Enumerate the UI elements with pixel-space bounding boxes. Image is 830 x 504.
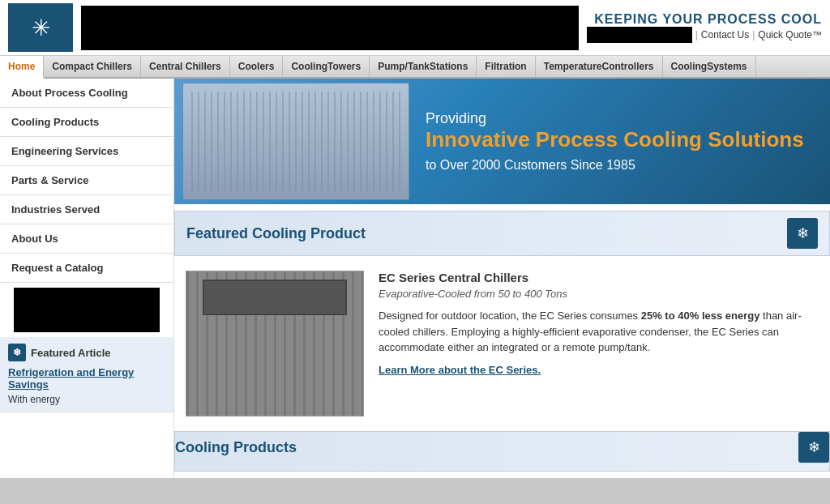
featured-product-icon: ❄ — [787, 218, 818, 249]
sidebar-item-about-us[interactable]: About Us — [0, 224, 173, 254]
cooling-products-header: Cooling Products ❄ — [174, 431, 830, 472]
nav-pump-tank-stations[interactable]: Pump/TankStations — [370, 56, 477, 77]
header-links: | Contact Us | Quick Quote™ — [587, 27, 822, 43]
quick-quote-link[interactable]: Quick Quote™ — [758, 29, 822, 41]
banner-machine-image — [182, 83, 409, 200]
nav-filtration[interactable]: Filtration — [477, 56, 535, 77]
page-header: ✳ KEEPING YOUR PROCESS COOL | Contact Us… — [0, 0, 830, 56]
featured-article-header: ❄ Featured Article — [8, 344, 165, 361]
cooling-products-title: Cooling Products — [175, 439, 297, 456]
featured-product-header: Featured Cooling Product ❄ — [174, 211, 830, 256]
nav-central-chillers[interactable]: Central Chillers — [141, 56, 230, 77]
sidebar-item-request-catalog[interactable]: Request a Catalog — [0, 254, 173, 283]
pipe-divider: | — [695, 29, 698, 41]
header-search-bar[interactable] — [587, 27, 692, 43]
product-desc-before: Designed for outdoor location, the EC Se… — [379, 310, 641, 322]
sidebar-ad-banner — [14, 288, 160, 332]
nav-cooling-towers[interactable]: CoolingTowers — [283, 56, 370, 77]
product-description: Designed for outdoor location, the EC Se… — [379, 308, 819, 356]
featured-article-section: ❄ Featured Article Refrigeration and Ene… — [0, 337, 173, 412]
hero-banner: Providing Innovative Process Cooling Sol… — [174, 79, 830, 204]
nav-home[interactable]: Home — [0, 56, 44, 79]
main-nav: Home Compact Chillers Central Chillers C… — [0, 56, 830, 79]
product-name: EC Series Central Chillers — [379, 271, 819, 284]
nav-cooling-systems[interactable]: CoolingSystems — [663, 56, 756, 77]
pipe-divider2: | — [752, 29, 755, 41]
featured-product-title: Featured Cooling Product — [186, 225, 366, 242]
product-learn-more-link[interactable]: Learn More about the EC Series. — [379, 364, 819, 376]
sidebar-item-engineering-services[interactable]: Engineering Services — [0, 137, 173, 166]
main-content: About Process Cooling Cooling Products E… — [0, 79, 830, 478]
banner-sub: to Over 2000 Customers Since 1985 — [426, 158, 804, 173]
header-right: KEEPING YOUR PROCESS COOL | Contact Us |… — [587, 12, 822, 43]
featured-article-body: With energy — [8, 394, 165, 405]
banner-providing: Providing — [426, 110, 804, 127]
featured-article-icon: ❄ — [8, 344, 26, 361]
sidebar-item-about-process-cooling[interactable]: About Process Cooling — [0, 79, 173, 108]
featured-product-content: EC Series Central Chillers Evaporative-C… — [174, 263, 830, 425]
nav-temperature-controllers[interactable]: TemperatureControllers — [536, 56, 663, 77]
product-subtitle: Evaporative-Cooled from 50 to 400 Tons — [379, 288, 819, 300]
logo-snowflake-icon: ✳ — [32, 15, 50, 41]
sidebar-item-industries-served[interactable]: Industries Served — [0, 195, 173, 224]
tagline: KEEPING YOUR PROCESS COOL — [594, 12, 822, 27]
banner-headline: Innovative Process Cooling Solutions — [426, 127, 804, 152]
cooling-products-icon: ❄ — [798, 432, 829, 463]
product-desc-bold: 25% to 40% less energy — [641, 310, 760, 322]
product-info: EC Series Central Chillers Evaporative-C… — [379, 271, 819, 416]
logo[interactable]: ✳ — [8, 3, 73, 52]
product-image — [186, 271, 364, 416]
sidebar-item-cooling-products[interactable]: Cooling Products — [0, 108, 173, 137]
featured-article-link[interactable]: Refrigeration and Energy Savings — [8, 366, 165, 391]
nav-compact-chillers[interactable]: Compact Chillers — [44, 56, 141, 77]
sidebar: About Process Cooling Cooling Products E… — [0, 79, 174, 478]
contact-us-link[interactable]: Contact Us — [701, 29, 749, 41]
sidebar-item-parts-service[interactable]: Parts & Service — [0, 166, 173, 195]
content-area: Providing Innovative Process Cooling Sol… — [174, 79, 830, 478]
nav-coolers[interactable]: Coolers — [230, 56, 284, 77]
banner-text: Providing Innovative Process Cooling Sol… — [409, 94, 820, 188]
